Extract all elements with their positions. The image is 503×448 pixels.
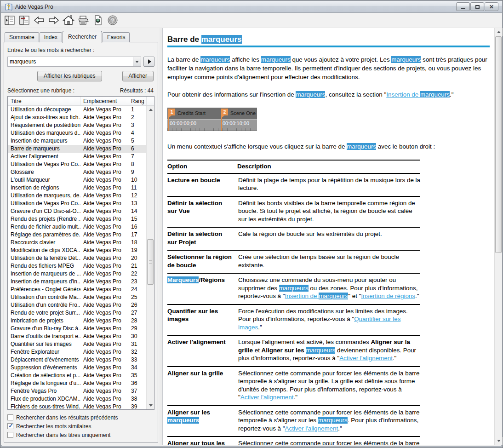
result-row[interactable]: Quantifier sur les imagesAide Vegas Pro3…	[8, 340, 154, 348]
result-row[interactable]: Ajout de sous-titres aux fich...Aide Veg…	[8, 114, 154, 121]
result-row[interactable]: Gravure d'un CD Disc-at-O...Aide Vegas P…	[8, 207, 154, 215]
scroll-down-icon[interactable]	[147, 402, 154, 409]
minimize-button[interactable]	[456, 2, 470, 11]
result-row[interactable]: Fenêtre ExplorateurAide Vegas Pro32	[8, 348, 154, 356]
text-segment: , consultez la section "	[325, 91, 386, 98]
scroll-up-icon[interactable]	[147, 106, 154, 114]
topic-link[interactable]: Activer l'alignement	[285, 425, 338, 432]
result-row[interactable]: GlossaireAide Vegas Pro9	[8, 168, 154, 176]
result-row[interactable]: Insertion de marqueurs d'in...Aide Vegas…	[8, 278, 154, 286]
search-option-1[interactable]: Rechercher les mots similaires	[7, 422, 154, 430]
result-row[interactable]: Déplacement d'événementsAide Vegas Pro33	[8, 356, 154, 364]
content-scroll-thumb[interactable]	[495, 36, 502, 253]
checkbox-icon[interactable]	[7, 432, 13, 438]
search-combobox[interactable]: marqueurs	[7, 57, 141, 67]
result-row[interactable]: Utilisation d'un contrôle Ma...Aide Vega…	[8, 293, 154, 301]
content-scroll-up-icon[interactable]	[495, 28, 503, 36]
close-button[interactable]: ✕	[485, 2, 498, 11]
topic-link[interactable]: Activer l'alignement	[240, 394, 294, 401]
search-option-0[interactable]: Rechercher dans les résultats précédents	[7, 414, 154, 421]
chevron-down-icon[interactable]	[133, 57, 141, 66]
result-row[interactable]: Réajustement de postéditionAide Vegas Pr…	[8, 121, 154, 129]
result-row[interactable]: Utilisation de Vegas Pro Co...Aide Vegas…	[8, 161, 154, 168]
result-cell: 5	[128, 137, 147, 145]
column-header-rang[interactable]: Rang	[128, 97, 147, 105]
result-row[interactable]: Préférences - Onglet GénéralAide Vegas P…	[8, 286, 154, 293]
result-row[interactable]: Rendu de fichier audio mult...Aide Vegas…	[8, 223, 154, 231]
tab-index[interactable]: Index	[40, 32, 62, 42]
tab-favoris[interactable]: Favoris	[103, 32, 130, 42]
result-row[interactable]: Réglage de la longueur d'u...Aide Vegas …	[8, 379, 154, 387]
result-row[interactable]: Flux de production XDCAM...Aide Vegas Pr…	[8, 395, 154, 403]
result-cell: Aide Vegas Pro	[80, 200, 128, 207]
result-row[interactable]: L'outil MarqueurAide Vegas Pro10	[8, 176, 154, 184]
result-row[interactable]: Rendu des fichiers MPEGAide Vegas Pro21	[8, 262, 154, 270]
text-segment: ."	[415, 293, 419, 299]
panel-splitter[interactable]	[160, 28, 163, 445]
home-icon[interactable]	[62, 14, 75, 27]
help-icon[interactable]: ?	[106, 14, 120, 27]
topic-link[interactable]: marqueurs	[420, 91, 450, 98]
expand-search-button[interactable]	[143, 57, 154, 67]
insertion-paragraph: Pour obtenir des informations sur l'inse…	[167, 90, 490, 99]
results-scrollbar[interactable]	[146, 106, 154, 409]
result-row[interactable]: Utilisation du découpageAide Vegas Pro1	[8, 106, 154, 114]
list-topics-button[interactable]: Afficher les rubriques	[37, 71, 102, 81]
options-icon[interactable]	[91, 14, 105, 27]
result-row[interactable]: Gravure d'un Blu-ray Disc à...Aide Vegas…	[8, 325, 154, 333]
topic-link[interactable]: marqueurs	[319, 293, 348, 299]
option-name: Lecture en boucle	[167, 174, 237, 196]
checkbox-icon[interactable]	[7, 414, 13, 420]
title-rule	[167, 46, 490, 47]
content-scrollbar[interactable]	[494, 28, 502, 445]
result-row[interactable]: Barre d'outils de transport e...Aide Veg…	[8, 333, 154, 340]
result-row[interactable]: Raccourcis clavierAide Vegas Pro18	[8, 239, 154, 247]
result-row[interactable]: Imbrication de projetsAide Vegas Pro28	[8, 317, 154, 325]
result-row[interactable]: Modification de clips XDCA...Aide Vegas …	[8, 247, 154, 254]
result-row[interactable]: Fenêtre Vegas ProAide Vegas Pro37	[8, 387, 154, 395]
results-scroll-thumb[interactable]	[147, 239, 154, 285]
result-row[interactable]: Barre de marqueursAide Vegas Pro6	[8, 145, 154, 153]
option-row: Sélectionner la région de boucleCrée une…	[167, 251, 420, 274]
result-row[interactable]: Utilisation de la fenêtre Dét...Aide Veg…	[8, 254, 154, 262]
back-icon[interactable]	[32, 14, 46, 27]
result-row[interactable]: Fichiers de sous-titres Wind...Aide Vega…	[8, 403, 154, 409]
tab-rechercher[interactable]: Rechercher	[63, 31, 102, 43]
print-icon[interactable]	[76, 14, 90, 27]
maximize-button[interactable]	[470, 2, 484, 11]
tab-sommaire[interactable]: Sommaire	[5, 32, 39, 42]
page-title: Barre de marqueurs	[167, 35, 490, 44]
result-row[interactable]: Insertion de régionsAide Vegas Pro11	[8, 184, 154, 192]
topic-link[interactable]: Insertion de	[386, 91, 420, 98]
result-row[interactable]: Utilisation des marqueurs d...Aide Vegas…	[8, 129, 154, 137]
result-row[interactable]: Rendu des projets (Rendre ...Aide Vegas …	[8, 215, 154, 223]
result-row[interactable]: Utilisation de marqueurs, de...Aide Vega…	[8, 192, 154, 200]
result-row[interactable]: Création de sélections et p...Aide Vegas…	[8, 372, 154, 379]
result-row[interactable]: Insertion de marqueursAide Vegas Pro5	[8, 137, 154, 145]
result-row[interactable]: Réglage des paramètres de...Aide Vegas P…	[8, 231, 154, 239]
search-option-2[interactable]: Rechercher dans les titres uniquement	[7, 431, 154, 439]
result-row[interactable]: Activer l'alignementAide Vegas Pro7	[8, 153, 154, 161]
result-row[interactable]: Utilisation de Vegas Pro Co...Aide Vegas…	[8, 200, 154, 207]
checkbox-icon[interactable]	[7, 423, 13, 429]
result-row[interactable]: Rendu de votre projet Surr...Aide Vegas …	[8, 309, 154, 317]
result-row[interactable]: Suppression d'événementsAide Vegas Pro34	[8, 364, 154, 372]
topic-link[interactable]: Insertion de régions	[361, 293, 415, 299]
result-cell: Réajustement de postédition	[8, 121, 80, 129]
result-cell: Aide Vegas Pro	[80, 270, 128, 278]
sync-topic-icon[interactable]	[17, 14, 31, 27]
result-cell: 13	[128, 200, 147, 207]
column-header-titre[interactable]: Titre	[8, 97, 80, 105]
text-segment: marqueurs	[296, 91, 325, 98]
result-cell: Aide Vegas Pro	[80, 301, 128, 309]
result-row[interactable]: Insertion de marqueurs de ...Aide Vegas …	[8, 270, 154, 278]
forward-icon[interactable]	[47, 14, 61, 27]
result-row[interactable]: Utilisation d'un contrôle Fro...Aide Veg…	[8, 301, 154, 309]
search-input[interactable]: marqueurs	[8, 58, 133, 65]
column-header-emplacement[interactable]: Emplacement	[80, 97, 128, 105]
display-button[interactable]: Afficher	[122, 71, 154, 81]
topic-link[interactable]: Insertion de	[285, 293, 319, 299]
hide-panel-icon[interactable]	[3, 14, 17, 27]
content-scroll-down-icon[interactable]	[495, 437, 503, 445]
topic-link[interactable]: Activer l'alignement	[339, 355, 393, 362]
